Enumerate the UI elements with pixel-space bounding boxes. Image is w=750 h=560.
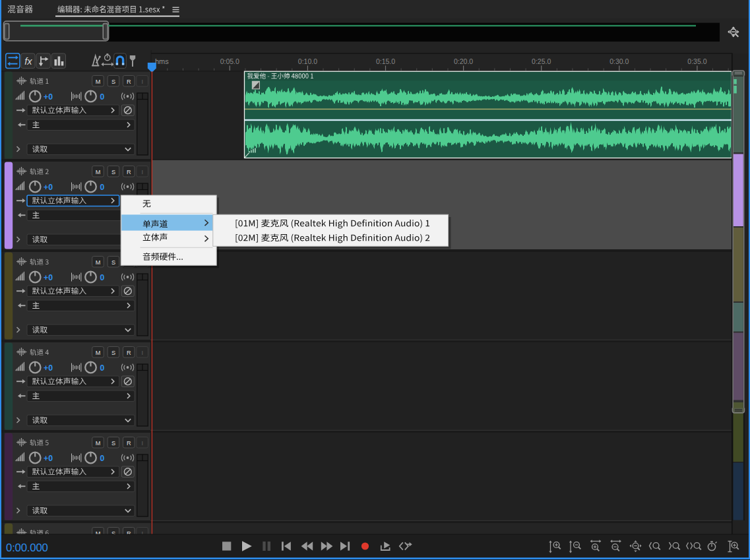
svg-text:S: S — [111, 440, 115, 447]
svg-text:I: I — [142, 350, 144, 356]
svg-text:fx: fx — [24, 56, 32, 67]
svg-text:0:10.0: 0:10.0 — [298, 57, 317, 65]
svg-text:S: S — [111, 350, 115, 356]
svg-text:R: R — [127, 78, 131, 85]
svg-text:+0: +0 — [44, 273, 53, 282]
svg-text:I: I — [142, 169, 144, 175]
svg-text:S: S — [111, 78, 115, 85]
svg-text:+0: +0 — [44, 454, 53, 463]
svg-text:0:05.0: 0:05.0 — [220, 57, 239, 65]
svg-text:R: R — [127, 440, 131, 447]
svg-text:0:20.0: 0:20.0 — [454, 57, 473, 65]
svg-text:0:25.0: 0:25.0 — [532, 57, 551, 65]
svg-text:0: 0 — [100, 273, 105, 282]
svg-text:S: S — [111, 169, 115, 175]
svg-text:0: 0 — [100, 183, 105, 192]
svg-text:S: S — [111, 259, 115, 266]
svg-text:M: M — [96, 259, 101, 266]
svg-text:R: R — [127, 350, 131, 356]
svg-text:I: I — [142, 78, 144, 85]
svg-text:M: M — [96, 169, 101, 175]
svg-text:0: 0 — [100, 363, 105, 373]
svg-text:R: R — [127, 169, 131, 175]
svg-text:I: I — [142, 440, 144, 447]
svg-text:+0: +0 — [44, 363, 53, 373]
svg-text:0:30.0: 0:30.0 — [609, 57, 629, 65]
svg-text:M: M — [96, 440, 101, 447]
svg-text:0: 0 — [100, 454, 105, 463]
svg-text:0:35.0: 0:35.0 — [687, 57, 706, 65]
svg-text:0:15.0: 0:15.0 — [376, 57, 395, 65]
svg-text:M: M — [96, 350, 101, 356]
svg-text:0: 0 — [100, 92, 105, 102]
svg-text:0:00.000: 0:00.000 — [6, 542, 48, 554]
svg-text:M: M — [96, 78, 101, 85]
svg-text:+0: +0 — [44, 183, 53, 192]
svg-text:hms: hms — [155, 57, 169, 65]
svg-text:+0: +0 — [44, 92, 53, 102]
